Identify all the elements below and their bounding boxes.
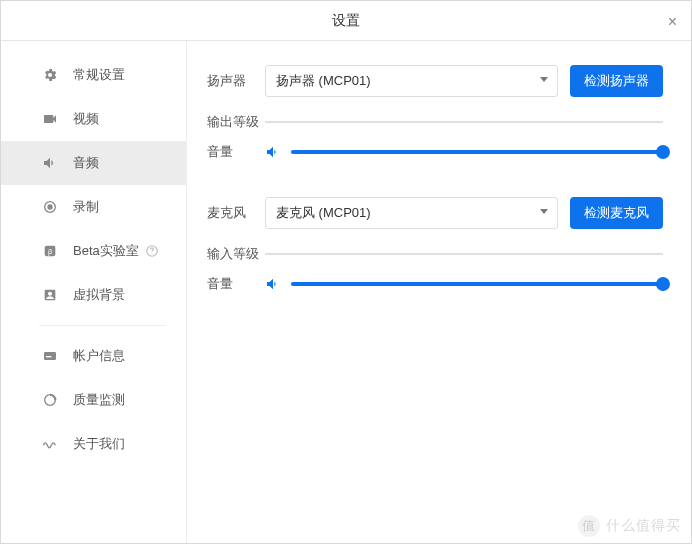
- slider-thumb[interactable]: [656, 145, 670, 159]
- speaker-select[interactable]: 扬声器 (MCP01): [265, 65, 558, 97]
- sidebar-item-label: 视频: [73, 110, 99, 128]
- test-speaker-button[interactable]: 检测扬声器: [570, 65, 663, 97]
- output-level-label: 输出等级: [207, 113, 265, 131]
- mic-select[interactable]: 麦克风 (MCP01): [265, 197, 558, 229]
- help-icon[interactable]: [145, 244, 159, 258]
- svg-point-7: [48, 292, 52, 296]
- sidebar-item-label: 质量监测: [73, 391, 125, 409]
- sidebar-item-audio[interactable]: 音频: [1, 141, 186, 185]
- sidebar-item-label: 关于我们: [73, 435, 125, 453]
- account-icon: [41, 347, 59, 365]
- speaker-volume-label: 音量: [207, 143, 265, 161]
- input-level-row: 输入等级: [207, 245, 663, 263]
- slider-thumb[interactable]: [656, 277, 670, 291]
- sidebar-item-about[interactable]: 关于我们: [1, 422, 186, 466]
- speaker-label: 扬声器: [207, 72, 265, 90]
- mic-label: 麦克风: [207, 204, 265, 222]
- sidebar-item-label: 录制: [73, 198, 99, 216]
- volume-icon[interactable]: [265, 144, 281, 160]
- sidebar-item-label: 音频: [73, 154, 99, 172]
- mic-section: 麦克风 麦克风 (MCP01) 检测麦克风 输入等级 音量: [207, 197, 663, 293]
- speaker-row: 扬声器 扬声器 (MCP01) 检测扬声器: [207, 65, 663, 97]
- mic-select-wrap: 麦克风 (MCP01): [265, 197, 558, 229]
- content-audio: 扬声器 扬声器 (MCP01) 检测扬声器 输出等级 音量: [187, 41, 691, 543]
- quality-icon: [41, 391, 59, 409]
- window-title: 设置: [332, 12, 360, 30]
- gear-icon: [41, 66, 59, 84]
- audio-icon: [41, 154, 59, 172]
- mic-select-value: 麦克风 (MCP01): [276, 205, 371, 220]
- input-level-label: 输入等级: [207, 245, 265, 263]
- close-icon[interactable]: ×: [668, 13, 677, 31]
- sidebar-item-account[interactable]: 帐户信息: [1, 334, 186, 378]
- svg-point-5: [151, 253, 152, 254]
- test-mic-button[interactable]: 检测麦克风: [570, 197, 663, 229]
- chevron-down-icon: [540, 209, 548, 214]
- speaker-section: 扬声器 扬声器 (MCP01) 检测扬声器 输出等级 音量: [207, 65, 663, 161]
- sidebar-item-general[interactable]: 常规设置: [1, 53, 186, 97]
- about-icon: [41, 435, 59, 453]
- sidebar-item-quality[interactable]: 质量监测: [1, 378, 186, 422]
- svg-text:β: β: [48, 247, 52, 256]
- sidebar-divider: [39, 325, 166, 326]
- speaker-volume-row: 音量: [207, 143, 663, 161]
- sidebar-item-beta[interactable]: β Beta实验室: [1, 229, 186, 273]
- mic-volume-slider[interactable]: [291, 276, 663, 292]
- sidebar-item-label: Beta实验室: [73, 242, 139, 260]
- sidebar: 常规设置 视频 音频 录制: [1, 41, 187, 543]
- speaker-select-wrap: 扬声器 (MCP01): [265, 65, 558, 97]
- input-level-meter: [265, 253, 663, 255]
- beta-icon: β: [41, 242, 59, 260]
- speaker-select-value: 扬声器 (MCP01): [276, 73, 371, 88]
- mic-volume-label: 音量: [207, 275, 265, 293]
- speaker-volume-slider[interactable]: [291, 144, 663, 160]
- sidebar-item-virtual-bg[interactable]: 虚拟背景: [1, 273, 186, 317]
- mic-row: 麦克风 麦克风 (MCP01) 检测麦克风: [207, 197, 663, 229]
- titlebar: 设置 ×: [1, 1, 691, 41]
- sidebar-item-label: 常规设置: [73, 66, 125, 84]
- window-body: 常规设置 视频 音频 录制: [1, 41, 691, 543]
- sidebar-item-label: 帐户信息: [73, 347, 125, 365]
- settings-window: 设置 × 常规设置 视频 音频: [0, 0, 692, 544]
- output-level-row: 输出等级: [207, 113, 663, 131]
- output-level-meter: [265, 121, 663, 123]
- sidebar-item-record[interactable]: 录制: [1, 185, 186, 229]
- mic-volume-row: 音量: [207, 275, 663, 293]
- video-icon: [41, 110, 59, 128]
- sidebar-item-video[interactable]: 视频: [1, 97, 186, 141]
- chevron-down-icon: [540, 77, 548, 82]
- svg-point-1: [48, 205, 52, 209]
- record-icon: [41, 198, 59, 216]
- svg-rect-9: [46, 356, 51, 357]
- sidebar-item-label: 虚拟背景: [73, 286, 125, 304]
- volume-icon[interactable]: [265, 276, 281, 292]
- virtual-bg-icon: [41, 286, 59, 304]
